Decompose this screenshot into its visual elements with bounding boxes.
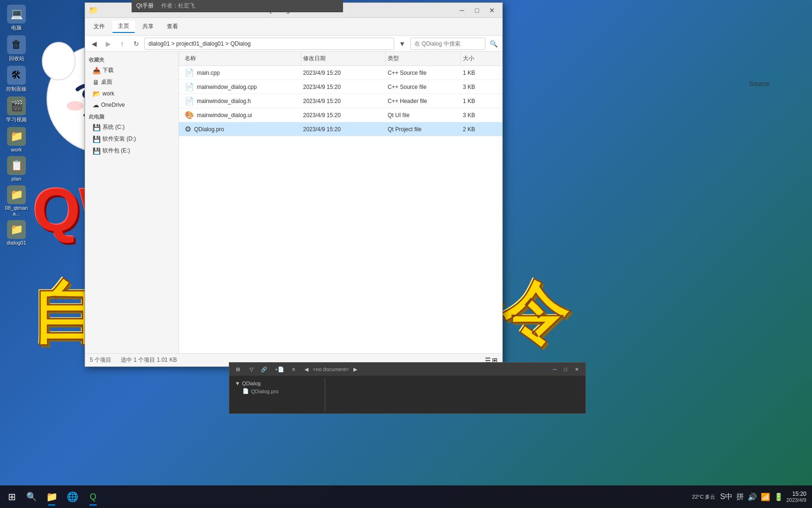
tray-ime[interactable]: S中: [719, 491, 734, 503]
sidebar-item-e[interactable]: 💾 软件包 (E:): [85, 145, 179, 157]
toolbar-tab-view[interactable]: 查看: [161, 21, 184, 32]
qt-grid-button[interactable]: ⊞: [233, 365, 243, 373]
qt-project-item[interactable]: ▼ QDialog: [233, 380, 323, 387]
refresh-button[interactable]: ↻: [130, 38, 142, 50]
download-icon: 📥: [93, 67, 101, 74]
file-row[interactable]: 📄 main.cpp 2023/4/9 15:20 C++ Source fil…: [179, 66, 502, 80]
toolbar-tab-home[interactable]: 主页: [112, 20, 135, 33]
plan-label: plan: [2, 176, 31, 182]
file-row-selected[interactable]: ⚙ QDialog.pro 2023/4/9 15:20 Qt Project …: [179, 122, 502, 136]
taskbar-search[interactable]: 🔍: [22, 487, 41, 507]
col-name[interactable]: 名称: [183, 52, 301, 65]
file-type-mw-ui: Qt UI file: [386, 110, 461, 121]
desktop-icon-work[interactable]: 📁 work: [2, 127, 31, 152]
qt-link-button[interactable]: 🔗: [258, 365, 270, 373]
desktop-icon-dialog01[interactable]: 📁 dialog01: [2, 220, 31, 246]
sidebar-item-download[interactable]: 📥 下载: [85, 64, 179, 76]
pro-file-icon-tree: 📄: [242, 388, 249, 394]
file-date-mw-cpp: 2023/4/9 15:20: [301, 81, 386, 93]
qt-project-name: QDialog: [242, 381, 261, 386]
computer-icon: 💻: [7, 5, 26, 24]
qt-close-button[interactable]: ✕: [572, 365, 582, 373]
address-bar: ◀ ▶ ↑ ↻ ▼ 🔍: [85, 36, 502, 52]
desktop-icon-control[interactable]: 🛠 控制面板: [2, 66, 31, 93]
qt-maximize-button[interactable]: □: [561, 365, 570, 373]
tray-battery[interactable]: 🔋: [773, 492, 784, 502]
triangle-icon: ▼: [235, 381, 240, 386]
svg-point-5: [67, 101, 84, 111]
explorer-toolbar: 文件 主页 共享 查看: [85, 18, 502, 36]
desktop-icons-panel: 💻 电脑 🗑 回收站 🛠 控制面板 🎬 学习视频 📁 work 📋 plan 📁…: [0, 0, 33, 508]
close-button[interactable]: ✕: [485, 5, 499, 16]
maximize-button[interactable]: □: [470, 5, 484, 16]
file-name-mw-cpp: 📄 mainwindow_dialog.cpp: [183, 80, 301, 94]
minimize-button[interactable]: ─: [455, 5, 468, 16]
control-label: 控制面板: [2, 86, 31, 93]
file-row[interactable]: 🎨 mainwindow_dialog.ui 2023/4/9 15:20 Qt…: [179, 108, 502, 122]
qt-document-label: <no document>: [313, 366, 349, 372]
work-icon: 📁: [7, 127, 26, 146]
desktop-icon-plan[interactable]: 📋 plan: [2, 156, 31, 182]
explorer-content: 收藏夹 📥 下载 🖥 桌面 📂 work ☁ OneDrive 此电脑: [85, 52, 502, 353]
start-button[interactable]: ⊞: [2, 487, 22, 507]
file-row[interactable]: 📄 mainwindow_dialog.cpp 2023/4/9 15:20 C…: [179, 80, 502, 94]
folder-titlebar-icon: 📁: [89, 6, 98, 15]
qt-next-button[interactable]: ▶: [351, 365, 360, 373]
taskbar-app-explorer[interactable]: 📁: [41, 486, 62, 507]
sidebar-item-desktop[interactable]: 🖥 桌面: [85, 76, 179, 88]
toolbar-tab-file[interactable]: 文件: [88, 21, 110, 32]
tray-sound[interactable]: 🔊: [747, 492, 758, 502]
address-input[interactable]: [144, 38, 394, 50]
taskbar-app-qt[interactable]: Q: [83, 486, 103, 507]
tray-clock[interactable]: 15:20 2023/4/9: [786, 491, 806, 503]
col-date[interactable]: 修改日期: [301, 52, 386, 65]
sidebar-item-work[interactable]: 📂 work: [85, 88, 179, 99]
file-type-pro: Qt Project file: [386, 124, 461, 135]
work-folder-icon: 📂: [93, 90, 101, 97]
desktop-icon-computer[interactable]: 💻 电脑: [2, 5, 31, 32]
qt-list-button[interactable]: ≡: [289, 365, 297, 373]
qt-add-button[interactable]: +📄: [272, 365, 287, 373]
file-name-pro: ⚙ QDialog.pro: [183, 122, 301, 136]
recycle-icon: 🗑: [7, 35, 26, 54]
file-size-main-cpp: 1 KB: [461, 67, 499, 79]
col-size[interactable]: 大小: [461, 52, 499, 65]
sidebar-item-onedrive[interactable]: ☁ OneDrive: [85, 99, 179, 111]
selected-info: 选中 1 个项目 1.01 KB: [121, 356, 177, 364]
toolbar-tab-share[interactable]: 共享: [137, 21, 159, 32]
desktop-icon-recycle[interactable]: 🗑 回收站: [2, 35, 31, 62]
taskbar-app-edge[interactable]: 🌐: [62, 486, 83, 507]
file-count: 5 个项目: [90, 356, 111, 364]
recycle-label: 回收站: [2, 55, 31, 62]
desktop-icon-learn[interactable]: 🎬 学习视频: [2, 96, 31, 123]
file-type-main-cpp: C++ Source file: [386, 67, 461, 79]
tray-pinyin[interactable]: 拼: [735, 491, 745, 503]
address-go-button[interactable]: ▼: [396, 38, 408, 50]
qt-file-item[interactable]: 📄 QDialog.pro: [233, 387, 323, 395]
file-date-mw-ui: 2023/4/9 15:20: [301, 110, 386, 121]
qt-prev-button[interactable]: ◀: [302, 365, 311, 373]
tray-network[interactable]: 📶: [760, 492, 771, 502]
file-explorer-window: 📁 QDialog ─ □ ✕ 文件 主页 共享 查看 ◀ ▶ ↑ ↻ ▼ 🔍: [85, 2, 503, 367]
desktop-icon-08qt[interactable]: 📁 08_qtmana...: [2, 185, 31, 216]
qt-icon: Q: [90, 492, 96, 502]
qt-filter-button[interactable]: ▽: [247, 365, 256, 373]
qt-creator-topbar: ⊞ ▽ 🔗 +📄 ≡ ◀ <no document> ▶ ─ □ ✕: [229, 363, 586, 376]
tray-weather[interactable]: 22°C 多云: [690, 492, 718, 501]
forward-button[interactable]: ▶: [102, 38, 114, 50]
taskbar: ⊞ 🔍 📁 🌐 Q 22°C 多云 S中 拼 🔊 📶 🔋 15:20 2023/…: [0, 485, 812, 508]
col-type[interactable]: 类型: [386, 52, 461, 65]
search-button[interactable]: 🔍: [487, 38, 500, 50]
file-list-header: 名称 修改日期 类型 大小: [179, 52, 502, 66]
qt-minimize-button[interactable]: ─: [550, 365, 560, 373]
qt-creator-content: ▼ QDialog 📄 QDialog.pro: [229, 376, 586, 413]
qt-handbook-titlebar: Qt手册 作者：杜宏飞: [132, 0, 343, 12]
file-name-main-cpp: 📄 main.cpp: [183, 66, 301, 79]
file-row[interactable]: 📄 mainwindow_dialog.h 2023/4/9 15:20 C++…: [179, 94, 502, 108]
back-button[interactable]: ◀: [88, 38, 100, 50]
up-button[interactable]: ↑: [116, 38, 128, 50]
sidebar-item-c[interactable]: 💾 系统 (C:): [85, 121, 179, 133]
qt-folder-label: 08_qtmana...: [2, 205, 31, 216]
search-input[interactable]: [410, 38, 485, 50]
sidebar-item-d[interactable]: 💾 软件安装 (D:): [85, 133, 179, 145]
